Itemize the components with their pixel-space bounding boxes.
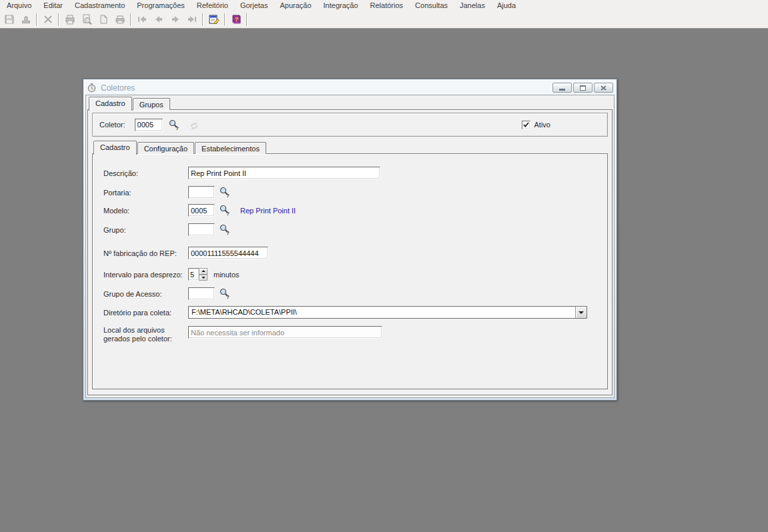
delete-button[interactable] bbox=[39, 12, 56, 27]
search-icon: ? bbox=[219, 187, 231, 198]
spin-up-button[interactable] bbox=[199, 268, 208, 275]
fabricacao-input[interactable] bbox=[188, 247, 268, 259]
last-record-icon bbox=[186, 13, 198, 25]
menu-relatorios[interactable]: Relatórios bbox=[364, 1, 410, 11]
outer-tab-page: Coletor: ? Ativo bbox=[87, 109, 613, 395]
stamp-icon bbox=[20, 13, 32, 25]
delete-x-icon bbox=[42, 13, 54, 25]
document-button[interactable] bbox=[95, 12, 111, 27]
menu-cadastramento[interactable]: Cadastramento bbox=[69, 1, 131, 11]
diretorio-value: F:\META\RHCAD\COLETA\PPII\ bbox=[189, 307, 575, 318]
menu-arquivo[interactable]: Arquivo bbox=[1, 1, 37, 11]
printer-icon bbox=[64, 13, 76, 25]
menu-consultas[interactable]: Consultas bbox=[409, 1, 454, 11]
menu-apuracao[interactable]: Apuração bbox=[274, 1, 317, 11]
spin-down-button[interactable] bbox=[199, 275, 208, 281]
modelo-label: Modelo: bbox=[103, 207, 188, 215]
menu-janelas[interactable]: Janelas bbox=[454, 1, 491, 11]
document-icon bbox=[97, 13, 109, 25]
toolbar-separator bbox=[58, 13, 59, 26]
desktop: Coletores Cadastro Grupos Coletor: bbox=[0, 29, 768, 532]
menu-programacoes[interactable]: Programações bbox=[131, 1, 191, 11]
chevron-down-icon bbox=[579, 311, 584, 314]
field-row-grupo-acesso: Grupo de Acesso: ? bbox=[103, 287, 231, 300]
next-record-button[interactable] bbox=[167, 12, 183, 27]
last-record-button[interactable] bbox=[183, 12, 200, 27]
modelo-description: Rep Print Point II bbox=[240, 207, 296, 215]
coletores-window: Coletores Cadastro Grupos Coletor: bbox=[83, 79, 617, 401]
field-row-fabricacao: Nº fabricação do REP: bbox=[103, 247, 268, 259]
previous-record-button[interactable] bbox=[150, 12, 167, 27]
stamp-button[interactable] bbox=[17, 12, 34, 27]
close-button[interactable] bbox=[594, 83, 613, 93]
form-editor-icon bbox=[208, 13, 220, 25]
grupo-acesso-lookup-button[interactable]: ? bbox=[219, 288, 231, 299]
ativo-checkbox[interactable] bbox=[522, 121, 530, 129]
title-bar[interactable]: Coletores bbox=[85, 81, 615, 95]
menu-editar[interactable]: Editar bbox=[37, 1, 69, 11]
portaria-input[interactable] bbox=[188, 186, 215, 199]
coletor-lookup-button[interactable]: ? bbox=[168, 119, 180, 131]
field-row-local: Local dos arquivos gerados pelo coletor: bbox=[103, 325, 382, 343]
restore-icon bbox=[580, 85, 586, 91]
tab-estabelecimentos[interactable]: Estabelecimentos bbox=[195, 142, 266, 154]
intervalo-label: Intervalo para desprezo: bbox=[103, 271, 188, 279]
tab-configuracao[interactable]: Configuração bbox=[137, 142, 194, 154]
next-record-icon bbox=[169, 13, 181, 25]
first-record-button[interactable] bbox=[133, 12, 150, 27]
field-row-descricao: Descrição: bbox=[103, 167, 380, 179]
grupo-acesso-input[interactable] bbox=[188, 287, 215, 300]
coletor-label: Coletor: bbox=[99, 121, 125, 129]
print-button[interactable] bbox=[61, 12, 78, 27]
menu-ajuda[interactable]: Ajuda bbox=[491, 1, 522, 11]
inner-tabcontrol: Cadastro Configuração Estabelecimentos D… bbox=[92, 141, 608, 389]
minimize-icon bbox=[559, 89, 565, 91]
portaria-label: Portaria: bbox=[103, 189, 188, 197]
first-record-icon bbox=[136, 13, 148, 25]
field-row-intervalo: Intervalo para desprezo: minutos bbox=[103, 268, 240, 281]
tab-cadastro[interactable]: Cadastro bbox=[89, 97, 132, 111]
tab-inner-cadastro[interactable]: Cadastro bbox=[93, 141, 137, 155]
printer-setup-icon bbox=[114, 13, 126, 25]
intervalo-input[interactable] bbox=[188, 268, 199, 281]
help-button[interactable]: ? bbox=[228, 12, 244, 27]
close-icon bbox=[601, 85, 607, 91]
toolbar-separator bbox=[36, 13, 37, 26]
menu-gorjetas[interactable]: Gorjetas bbox=[234, 1, 274, 11]
print-setup-button[interactable] bbox=[111, 12, 128, 27]
fabricacao-label: Nº fabricação do REP: bbox=[103, 249, 188, 257]
search-icon: ? bbox=[168, 119, 180, 131]
toolbar: ? bbox=[0, 11, 768, 29]
modelo-input[interactable] bbox=[188, 204, 215, 217]
minimize-button[interactable] bbox=[552, 83, 572, 93]
tab-grupos[interactable]: Grupos bbox=[133, 98, 170, 110]
outer-tabstrip: Cadastro Grupos bbox=[87, 97, 613, 110]
modelo-lookup-button[interactable]: ? bbox=[219, 205, 231, 216]
form-editor-button[interactable] bbox=[206, 12, 222, 27]
window-clock-icon bbox=[87, 83, 97, 93]
print-preview-button[interactable] bbox=[78, 12, 95, 27]
toolbar-separator bbox=[246, 13, 248, 26]
save-button[interactable] bbox=[1, 12, 17, 27]
svg-text:?: ? bbox=[226, 230, 230, 236]
descricao-label: Descrição: bbox=[103, 169, 188, 177]
portaria-lookup-button[interactable]: ? bbox=[219, 187, 231, 198]
grupo-lookup-button[interactable]: ? bbox=[219, 224, 231, 235]
diretorio-combobox[interactable]: F:\META\RHCAD\COLETA\PPII\ bbox=[188, 306, 587, 319]
field-row-portaria: Portaria: ? bbox=[103, 186, 231, 199]
coletor-input[interactable] bbox=[135, 119, 163, 131]
inner-tabstrip: Cadastro Configuração Estabelecimentos bbox=[92, 141, 608, 154]
grupo-input[interactable] bbox=[188, 223, 215, 236]
coletor-refresh-button[interactable] bbox=[189, 119, 202, 131]
menu-refeitorio[interactable]: Refeitório bbox=[191, 1, 234, 11]
toolbar-separator bbox=[224, 13, 226, 26]
restore-button[interactable] bbox=[573, 83, 593, 93]
grupo-acesso-label: Grupo de Acesso: bbox=[103, 290, 188, 298]
diretorio-dropdown-button[interactable] bbox=[575, 307, 587, 318]
grupo-label: Grupo: bbox=[103, 226, 188, 234]
spin-down-icon bbox=[202, 277, 206, 279]
menu-integracao[interactable]: Integração bbox=[318, 1, 364, 11]
descricao-input[interactable] bbox=[188, 167, 380, 179]
field-row-grupo: Grupo: ? bbox=[103, 223, 231, 236]
spin-up-icon bbox=[202, 270, 206, 272]
